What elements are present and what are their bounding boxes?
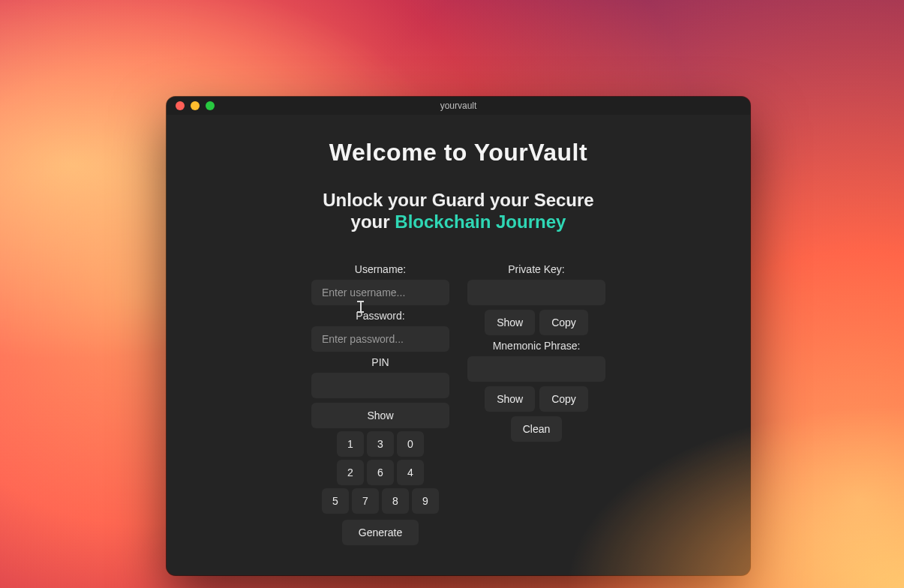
keypad-key[interactable]: 9 — [412, 488, 439, 514]
mnemonic-copy-button[interactable]: Copy — [539, 386, 588, 412]
keypad-key[interactable]: 2 — [337, 460, 364, 485]
tagline-accent: Blockchain Journey — [395, 212, 566, 232]
page-title: Welcome to YourVault — [197, 139, 720, 166]
titlebar: yourvault — [167, 97, 750, 115]
window-title: yourvault — [167, 100, 750, 111]
mnemonic-label: Mnemonic Phrase: — [493, 340, 581, 352]
password-input[interactable] — [311, 326, 449, 352]
keypad-key[interactable]: 1 — [337, 431, 364, 457]
keypad-row-2: 2 6 4 — [337, 460, 424, 485]
mnemonic-show-button[interactable]: Show — [485, 386, 535, 412]
keypad-key[interactable]: 4 — [397, 460, 424, 485]
private-key-output — [467, 280, 605, 305]
clean-button[interactable]: Clean — [511, 416, 563, 442]
keypad-row-1: 1 3 0 — [337, 431, 424, 457]
keypad-key[interactable]: 3 — [367, 431, 394, 457]
desktop-wallpaper: yourvault Welcome to YourVault Unlock yo… — [0, 0, 904, 588]
pin-show-button[interactable]: Show — [311, 403, 449, 428]
username-label: Username: — [355, 263, 406, 275]
tagline-part2: Guard your — [432, 190, 534, 210]
left-column: Username: Password: PIN Show 1 3 0 — [311, 263, 449, 545]
right-column: Private Key: Show Copy Mnemonic Phrase: … — [467, 263, 605, 545]
window-content: Welcome to YourVault Unlock your Guard y… — [167, 115, 750, 568]
username-input[interactable] — [311, 280, 449, 305]
keypad-key[interactable]: 8 — [382, 488, 409, 514]
mnemonic-output — [467, 356, 605, 382]
password-label: Password: — [356, 310, 404, 322]
private-key-copy-button[interactable]: Copy — [539, 310, 588, 335]
tagline-part1: Unlock your — [323, 190, 431, 210]
private-key-show-button[interactable]: Show — [485, 310, 535, 335]
generate-button[interactable]: Generate — [342, 520, 419, 545]
keypad-key[interactable]: 0 — [397, 431, 424, 457]
pin-input[interactable] — [311, 373, 449, 398]
tagline: Unlock your Guard your Secure your Block… — [320, 189, 597, 233]
keypad-key[interactable]: 6 — [367, 460, 394, 485]
pin-label: PIN — [371, 356, 389, 368]
keypad-key[interactable]: 7 — [352, 488, 379, 514]
private-key-label: Private Key: — [508, 263, 564, 275]
keypad-row-3: 5 7 8 9 — [322, 488, 439, 514]
pin-keypad: 1 3 0 2 6 4 5 7 8 9 — [322, 431, 439, 545]
app-window: yourvault Welcome to YourVault Unlock yo… — [167, 97, 750, 575]
keypad-key[interactable]: 5 — [322, 488, 349, 514]
